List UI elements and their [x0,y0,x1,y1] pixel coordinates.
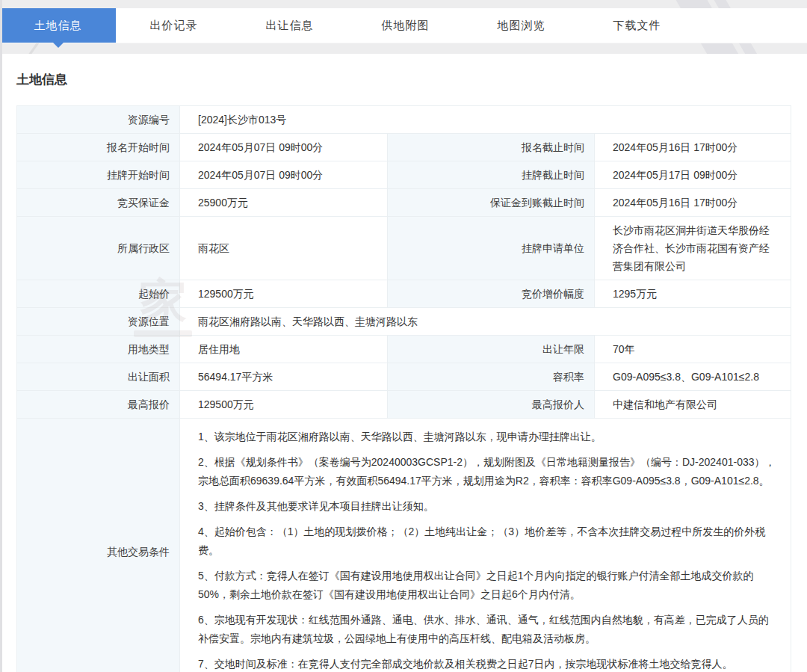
field-label: 用地类型 [17,336,180,363]
field-label: 出让年限 [388,336,595,363]
field-label: 资源位置 [17,308,180,336]
field-value: 2024年05月07日 09时00分 [180,161,388,189]
field-value: 129500万元 [180,391,388,419]
field-value: 雨花区 [180,217,388,280]
condition-paragraph: 7、交地时间及标准：在竞得人支付完全部成交地价款及相关税费之日起7日内，按宗地现… [198,655,776,672]
field-value: 长沙市雨花区洞井街道天华股份经济合作社、长沙市雨花国有资产经营集团有限公司 [595,217,791,280]
table-row: 其他交易条件1、该宗地位于雨花区湘府路以南、天华路以西、圭塘河路以东，现申请办理… [17,419,791,672]
field-value: 2024年05月16日 17时00分 [595,189,791,217]
field-value: [2024]长沙市013号 [180,106,791,134]
field-value: 2024年05月17日 09时00分 [595,161,791,189]
field-value: 雨花区湘府路以南、天华路以西、圭塘河路以东 [180,308,791,336]
table-row: 起始价129500万元竞价增价幅度1295万元 [17,280,791,308]
field-label: 挂牌申请单位 [388,217,595,280]
field-label: 保证金到账截止时间 [388,189,595,217]
field-label: 报名开始时间 [17,134,180,161]
table-row: 出让面积56494.17平方米容积率G09-A095≤3.8、G09-A101≤… [17,363,791,391]
table-row: 资源编号[2024]长沙市013号 [17,106,791,134]
tab-bar: 土地信息出价记录出让信息供地附图地图浏览下载文件 [0,8,807,43]
field-value: 56494.17平方米 [180,363,388,391]
field-value: 1295万元 [595,280,791,308]
field-label: 出让面积 [17,363,180,391]
tab-bid-records[interactable]: 出价记录 [116,8,232,43]
field-value: 中建信和地产有限公司 [595,391,791,419]
tab-label: 地图浏览 [498,19,545,33]
field-value: 2024年05月07日 09时00分 [180,134,388,161]
field-value: 70年 [595,336,791,363]
tab-label: 土地信息 [34,19,82,33]
table-row: 用地类型居住用地出让年限70年 [17,336,791,363]
tab-transfer-info[interactable]: 出让信息 [232,8,347,43]
table-row: 最高报价129500万元最高报价人中建信和地产有限公司 [17,391,791,419]
field-label: 起始价 [17,280,180,308]
condition-paragraph: 3、挂牌条件及其他要求详见本项目挂牌出让须知。 [198,497,776,516]
tab-label: 出让信息 [266,19,314,33]
tab-plot-attachment[interactable]: 供地附图 [347,8,463,43]
condition-paragraph: 5、付款方式：竞得人在签订《国有建设用地使用权出让合同》之日起1个月内向指定的银… [198,567,776,604]
field-label: 报名截止时间 [388,134,595,161]
field-label: 挂牌截止时间 [388,161,595,189]
field-label: 挂牌开始时间 [17,161,180,189]
table-row: 报名开始时间2024年05月07日 09时00分报名截止时间2024年05月16… [17,134,791,161]
content-card: 土地信息 资源编号[2024]长沙市013号报名开始时间2024年05月07日 … [0,54,807,672]
condition-paragraph: 1、该宗地位于雨花区湘府路以南、天华路以西、圭塘河路以东，现申请办理挂牌出让。 [198,428,776,446]
table-row: 竞买保证金25900万元保证金到账截止时间2024年05月16日 17时00分 [17,189,791,217]
tab-label: 下载文件 [613,19,661,33]
field-value: 25900万元 [180,189,388,217]
field-value: 129500万元 [180,280,388,308]
land-table-body: 资源编号[2024]长沙市013号报名开始时间2024年05月07日 09时00… [17,106,791,672]
field-label: 资源编号 [17,106,180,134]
tab-download-files[interactable]: 下载文件 [579,8,695,43]
field-value: 居住用地 [180,336,388,363]
field-label: 竞买保证金 [17,189,180,217]
field-label: 竞价增价幅度 [388,280,595,308]
field-label: 所属行政区 [17,217,180,280]
field-value: G09-A095≤3.8、G09-A101≤2.8 [595,363,791,391]
page-title: 土地信息 [16,73,791,87]
field-label: 其他交易条件 [17,419,180,672]
tab-land-info[interactable]: 土地信息 [0,8,116,43]
land-info-table: 资源编号[2024]长沙市013号报名开始时间2024年05月07日 09时00… [16,105,791,672]
table-row: 挂牌开始时间2024年05月07日 09时00分挂牌截止时间2024年05月17… [17,161,791,189]
field-label: 最高报价 [17,391,180,419]
tab-map-browse[interactable]: 地图浏览 [463,8,579,43]
condition-paragraph: 4、起始价包含：（1）土地的现划拨价格；（2）土地纯出让金；（3）地价差等，不含… [198,523,776,560]
table-row: 资源位置雨花区湘府路以南、天华路以西、圭塘河路以东 [17,308,791,336]
background-slash-decoration [28,42,40,54]
table-row: 所属行政区雨花区挂牌申请单位长沙市雨花区洞井街道天华股份经济合作社、长沙市雨花国… [17,217,791,280]
field-value: 1、该宗地位于雨花区湘府路以南、天华路以西、圭塘河路以东，现申请办理挂牌出让。2… [180,419,791,672]
tab-label: 出价记录 [150,19,198,33]
field-value: 2024年05月16日 17时00分 [595,134,791,161]
field-label: 最高报价人 [388,391,595,419]
window-edge-line [0,0,2,672]
tab-label: 供地附图 [382,19,430,33]
field-label: 容积率 [388,363,595,391]
condition-paragraph: 6、宗地现有开发现状：红线范围外通路、通电、供水、排水、通讯、通气，红线范围内自… [198,611,776,648]
condition-paragraph: 2、根据《规划条件书》（案卷编号为20240003GCSP1-2），规划附图及《… [198,453,776,490]
